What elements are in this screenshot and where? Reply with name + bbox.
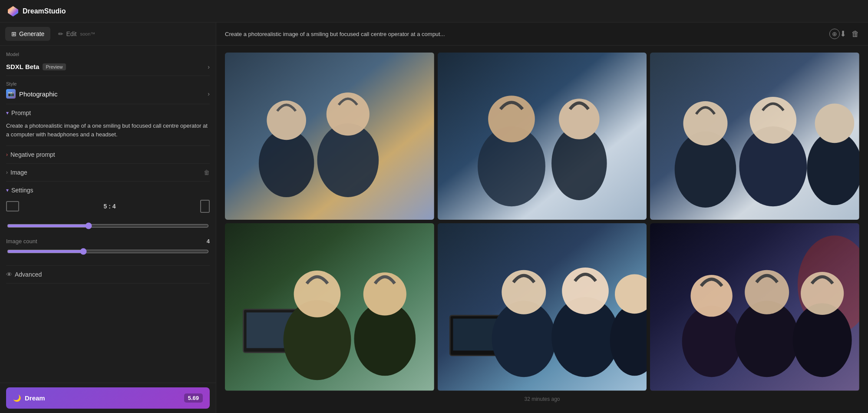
grid-image-4[interactable] — [225, 223, 434, 390]
portrait-aspect-icon[interactable] — [200, 200, 210, 213]
tab-edit-label: Edit — [66, 30, 76, 37]
aspect-slider-container — [6, 219, 210, 236]
svg-point-41 — [801, 272, 844, 315]
svg-point-24 — [363, 273, 406, 316]
negative-prompt-label: Negative prompt — [10, 151, 55, 158]
image-svg-3 — [650, 53, 859, 220]
dream-cost-badge: 5.69 — [184, 393, 203, 403]
image-chevron-right-icon: › — [6, 169, 8, 175]
advanced-eye-icon: 👁 — [6, 271, 12, 278]
tab-generate[interactable]: ⊞ Generate — [5, 27, 50, 41]
advanced-section: 👁 Advanced — [6, 266, 210, 284]
model-selector[interactable]: SDXL Beta Preview › — [6, 59, 210, 76]
sidebar-content: Model SDXL Beta Preview › Style 📷 Photog… — [0, 46, 216, 290]
add-variation-button[interactable]: ⊕ — [829, 29, 840, 39]
landscape-aspect-icon[interactable] — [6, 201, 19, 211]
app-name: DreamStudio — [23, 7, 66, 15]
image-label: Image — [10, 169, 27, 176]
content-area: Create a photorealistic image of a smili… — [216, 23, 868, 413]
aspect-ratio-value: 5 : 4 — [103, 203, 116, 210]
svg-point-3 — [267, 100, 306, 140]
svg-point-10 — [559, 99, 599, 139]
settings-toggle[interactable]: ▾ Settings — [6, 187, 210, 194]
tab-generate-label: Generate — [19, 30, 44, 37]
content-prompt-header: Create a photorealistic image of a smili… — [216, 23, 868, 46]
prompt-display-text: Create a photorealistic image of a smili… — [225, 31, 825, 37]
style-name: Photographic — [19, 90, 57, 98]
svg-point-37 — [691, 275, 733, 317]
negative-prompt-chevron-right-icon: › — [6, 152, 8, 158]
style-section: Style 📷 Photographic › — [6, 76, 210, 104]
style-chevron-right-icon: › — [208, 90, 210, 97]
settings-chevron-down-icon: ▾ — [6, 187, 9, 193]
edit-icon: ✏ — [58, 30, 63, 37]
prompt-chevron-down-icon: ▾ — [6, 110, 9, 116]
image-svg-2 — [438, 53, 647, 220]
image-delete-icon[interactable]: 🗑 — [204, 169, 210, 176]
prompt-header-toggle[interactable]: ▾ Prompt — [6, 109, 210, 116]
grid-image-3[interactable] — [650, 53, 859, 220]
trash-icon[interactable]: 🗑 — [851, 30, 859, 39]
aspect-ratio-slider[interactable] — [7, 222, 209, 229]
dream-button-label: Dream — [25, 394, 45, 402]
image-grid-area: 32 minutes ago — [216, 46, 868, 409]
image-section[interactable]: › Image 🗑 — [6, 164, 210, 182]
main-layout: ⊞ Generate ✏ Edit soon™ Model SDXL Beta … — [0, 23, 868, 413]
image-grid — [225, 53, 859, 391]
image-count-label: Image count — [6, 238, 37, 244]
image-count-slider[interactable] — [7, 248, 209, 255]
negative-prompt-toggle[interactable]: › Negative prompt — [6, 151, 210, 158]
model-info: SDXL Beta Preview — [6, 63, 66, 70]
tab-edit-badge: soon™ — [80, 31, 96, 36]
prompt-text[interactable]: Create a photorealistic image of a one s… — [6, 120, 210, 140]
grid-image-1[interactable] — [225, 53, 434, 220]
image-count-value: 4 — [207, 238, 210, 244]
image-svg-1 — [225, 53, 434, 220]
model-name: SDXL Beta — [6, 63, 39, 70]
svg-point-17 — [815, 104, 855, 143]
grid-image-2[interactable] — [438, 53, 647, 220]
dreamstudio-logo-icon — [7, 5, 19, 17]
tab-edit[interactable]: ✏ Edit soon™ — [52, 27, 101, 41]
dream-button-left: 🌙 Dream — [13, 394, 45, 402]
dream-moon-icon: 🌙 — [13, 394, 21, 402]
prompt-display: Create a photorealistic image of a smili… — [225, 29, 840, 39]
download-icon[interactable]: ⬇ — [840, 29, 846, 39]
model-preview-badge: Preview — [43, 63, 66, 70]
aspect-ratio-row: 5 : 4 — [6, 200, 210, 213]
svg-rect-6 — [438, 53, 647, 220]
advanced-toggle[interactable]: 👁 Advanced — [6, 271, 210, 278]
image-svg-5 — [438, 223, 647, 390]
generate-icon: ⊞ — [11, 30, 17, 37]
image-svg-6 — [650, 223, 859, 390]
settings-label: Settings — [11, 187, 33, 194]
style-selector[interactable]: 📷 Photographic › — [6, 89, 210, 99]
model-label: Model — [6, 52, 210, 57]
negative-prompt-section: › Negative prompt — [6, 146, 210, 164]
logo-area: DreamStudio — [7, 5, 66, 17]
grid-image-6[interactable] — [650, 223, 859, 390]
photographic-style-icon: 📷 — [6, 89, 16, 99]
prompt-label: Prompt — [11, 109, 31, 116]
sidebar: ⊞ Generate ✏ Edit soon™ Model SDXL Beta … — [0, 23, 216, 413]
style-label: Style — [6, 81, 210, 86]
image-count-slider-container — [6, 244, 210, 260]
svg-marker-0 — [8, 6, 18, 17]
advanced-label: Advanced — [15, 271, 42, 278]
style-info: 📷 Photographic — [6, 89, 57, 99]
image-left: › Image — [6, 169, 27, 176]
model-chevron-right-icon: › — [208, 63, 210, 70]
timestamp: 32 minutes ago — [225, 396, 859, 402]
image-count-row: Image count 4 — [6, 238, 210, 244]
dream-button[interactable]: 🌙 Dream 5.69 — [6, 387, 210, 409]
tab-bar: ⊞ Generate ✏ Edit soon™ — [0, 23, 216, 46]
topbar: DreamStudio — [0, 0, 868, 23]
header-actions: ⬇ 🗑 — [840, 29, 859, 39]
dream-button-area: 🌙 Dream 5.69 — [0, 383, 216, 413]
settings-section: ▾ Settings 5 : 4 Image count 4 — [6, 182, 210, 266]
grid-image-5[interactable] — [438, 223, 647, 390]
image-svg-4 — [225, 223, 434, 390]
prompt-section: ▾ Prompt Create a photorealistic image o… — [6, 104, 210, 146]
